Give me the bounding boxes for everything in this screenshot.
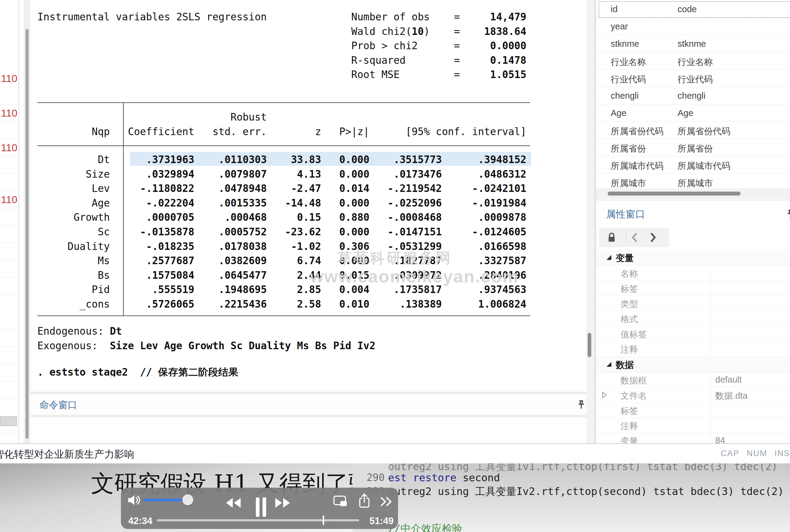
property-row[interactable]: 名称 [596,265,790,281]
current-time: 42:34 [128,516,152,527]
property-row[interactable]: 文件名数据.dta [596,387,790,403]
command-input-area[interactable] [31,417,586,443]
property-row[interactable]: 注释 [596,341,790,357]
data-cell [0,295,18,312]
variable-row[interactable]: 所属省份所属省份 [596,139,790,156]
property-label: 格式 [621,314,638,325]
pause-button[interactable] [256,497,259,517]
output-line: Growth .0000705 .000468 0.15 0.880 -.000… [37,210,526,224]
lock-icon[interactable] [606,231,617,244]
variable-name: 所属省份 [611,143,646,155]
picture-in-picture-icon[interactable] [333,495,348,507]
pause-button[interactable] [262,497,266,517]
variable-row[interactable]: stknmestknme [596,35,790,53]
variable-row[interactable]: 所属城市代码所属城市代码 [596,156,790,174]
data-cell [0,243,18,260]
property-value[interactable]: 84 [715,435,725,443]
output-line: Pid .555519 .1948695 2.85 0.004 .1735817… [37,282,526,297]
volume-slider-knob[interactable] [182,494,193,505]
variable-row[interactable]: 行业名称行业名称 [596,53,790,70]
variable-name: year [611,22,628,32]
data-cell: 110 [0,70,18,87]
data-editor-left-column[interactable]: 110110110110 [0,0,18,443]
results-window: Instrumental variables 2SLS regression N… [31,0,586,377]
property-column-divider [710,387,711,403]
property-row[interactable]: 值标签 [596,326,790,341]
collapse-triangle-icon[interactable] [606,255,611,260]
variable-label: 所属城市 [678,177,713,189]
rewind-icon[interactable] [225,497,241,509]
output-line: Exogenous: Size Lev Age Growth Sc Dualit… [37,339,375,353]
chevron-right-icon[interactable] [649,232,657,243]
splitter-bar[interactable] [31,415,586,417]
variable-row[interactable]: 行业代码行业代码 [596,70,790,87]
status-indicators: CAPNUMINS [721,449,790,458]
variable-row[interactable]: chenglichengli [596,87,790,104]
property-label: 注释 [621,420,638,432]
code-segment: second [456,472,500,484]
right-panel: idcodeyearstknmestknme行业名称行业名称行业代码行业代码ch… [596,0,790,443]
property-label: 类型 [621,298,638,310]
splitter-bar[interactable] [31,392,586,394]
variable-label: 所属省份代码 [678,126,731,137]
share-icon[interactable] [359,493,370,508]
property-column-divider [710,296,711,311]
output-line: Nqp Coefficient std. err. z P>|z| [95% c… [37,125,526,139]
video-strip: 文研究假设 H1 又得到了验证 outreg2 using 工具变量Iv1.rt… [0,463,790,532]
variable-row[interactable]: idcode [596,1,790,18]
code-line: //中介效应检验 [388,522,462,532]
property-row[interactable]: 格式 [596,311,790,326]
total-time: 51:49 [369,516,393,527]
property-value[interactable]: default [715,375,742,385]
property-row[interactable]: 标签 [596,403,790,418]
output-scrollbar-track[interactable] [586,0,594,443]
variable-row[interactable]: AgeAge [596,104,790,122]
left-scrollbar-thumb[interactable] [25,29,29,439]
variable-row[interactable]: year [596,18,790,35]
property-row[interactable]: 注释 [596,418,790,433]
variables-hscrollbar-thumb[interactable] [608,192,740,195]
tree-section-header[interactable]: 数据 [596,357,790,372]
property-column-divider [710,341,711,357]
property-column-divider [710,281,711,296]
output-line: Dt .3731963 .0110303 33.83 0.000 .351577… [37,152,526,167]
property-row[interactable]: 数据框default [596,372,790,387]
variable-row[interactable]: 所属省份代码所属省份代码 [596,122,790,139]
data-cell: 110 [0,139,18,156]
property-row[interactable]: 标签 [596,281,790,296]
expand-arrow-icon[interactable] [602,392,607,398]
pin-icon[interactable] [786,209,790,219]
progress-bar[interactable] [157,519,359,521]
property-column-divider [710,265,711,281]
property-column-divider [710,372,711,387]
more-controls-icon[interactable] [379,496,392,507]
property-column-divider [710,418,711,433]
collapse-triangle-icon[interactable] [606,362,611,367]
volume-icon[interactable] [127,494,141,507]
data-cell [0,347,18,364]
tree-section-header[interactable]: 变量 [596,250,790,265]
data-cell: 110 [0,104,18,122]
property-value[interactable]: 数据.dta [715,390,748,402]
line-number: 290 [355,471,385,484]
variable-name: chengli [611,91,639,101]
data-cell [0,364,18,381]
progress-marker[interactable] [323,516,324,525]
variables-hscrollbar-track[interactable] [596,188,790,199]
output-scrollbar-thumb[interactable] [588,333,591,357]
data-cell [0,208,18,226]
variable-label: Age [678,108,693,118]
fast-forward-icon[interactable] [275,497,291,509]
output-line: Instrumental variables 2SLS regression N… [37,10,526,24]
selected-row-outline [599,1,790,18]
pin-icon[interactable] [577,400,586,410]
data-cell [0,122,18,139]
property-row[interactable]: 类型 [596,296,790,311]
variable-label: 所属省份 [678,143,713,155]
data-cell [0,226,18,243]
chevron-left-icon[interactable] [631,232,639,243]
output-line: Robust [37,110,267,124]
table-rule-top [37,102,530,103]
property-row[interactable]: 变量84 [596,433,790,443]
volume-slider[interactable] [143,499,188,501]
